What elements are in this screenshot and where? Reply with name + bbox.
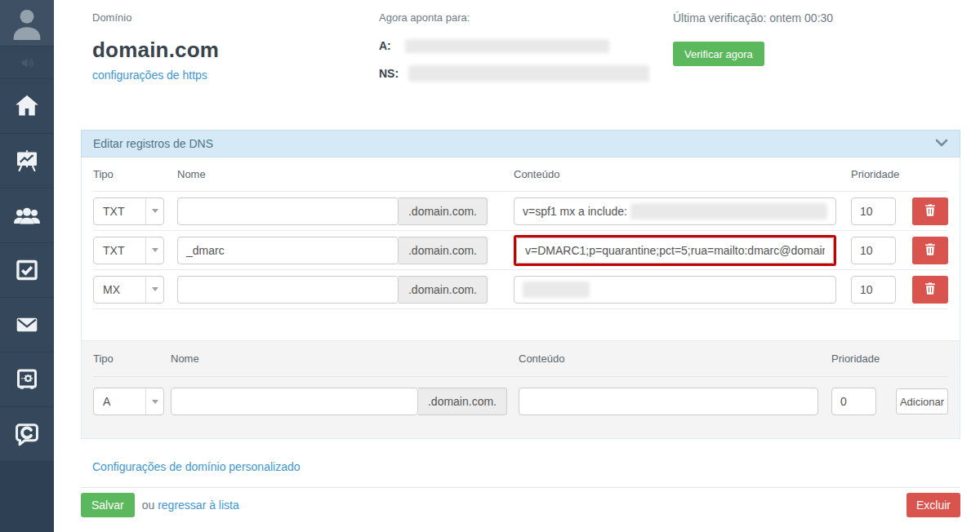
- add-columns-header: Tipo Nome Conteúdo Prioridade: [93, 341, 948, 377]
- new-record-priority-input[interactable]: [831, 388, 876, 415]
- delete-record-button[interactable]: [912, 276, 948, 304]
- record-content-text: v=spf1 mx a include:: [523, 205, 627, 218]
- domain-column: Domínio domain.com configurações de http…: [81, 11, 379, 82]
- sidebar-item-home[interactable]: [0, 79, 54, 134]
- record-type-select[interactable]: TXT: [93, 197, 164, 225]
- sidebar: [0, 0, 54, 532]
- or-word: ou: [142, 499, 155, 512]
- sidebar-item-stats[interactable]: [0, 134, 54, 188]
- record-name-input[interactable]: [177, 197, 399, 225]
- column-header-priority: Prioridade: [851, 168, 948, 180]
- megaphone-icon: [16, 52, 38, 73]
- column-header-name: Nome: [171, 352, 507, 365]
- record-type-select[interactable]: MX: [93, 276, 164, 304]
- domain-suffix-label: .domain.com.: [399, 237, 488, 264]
- chat-icon: [12, 419, 42, 449]
- dns-columns-header: Tipo Nome Conteúdo Prioridade: [93, 157, 948, 192]
- new-record-type-select[interactable]: A: [93, 388, 164, 415]
- dns-records-panel: Editar registros de DNS Tipo Nome Conteú…: [81, 130, 960, 439]
- column-header-priority: Prioridade: [831, 352, 948, 365]
- custom-domain-settings-link[interactable]: Configurações de domínio personalizado: [92, 460, 301, 473]
- ns-record-label: NS:: [379, 67, 408, 80]
- domain-label: Domínio: [92, 11, 379, 24]
- select-caret-icon: [145, 198, 163, 224]
- domain-summary: Domínio domain.com configurações de http…: [81, 11, 960, 82]
- safe-icon: [12, 365, 42, 394]
- dns-panel-header[interactable]: Editar registros de DNS: [81, 130, 960, 157]
- record-priority-input[interactable]: [851, 276, 896, 304]
- sidebar-item-contacts[interactable]: [0, 188, 54, 243]
- back-to-list-link[interactable]: regressar à lista: [158, 499, 239, 512]
- delete-record-button[interactable]: [912, 237, 948, 264]
- new-record-type-value: A: [94, 388, 145, 415]
- verify-column: Última verificação: ontem 00:30 Verifica…: [673, 11, 960, 82]
- sidebar-item-profile[interactable]: [0, 0, 54, 47]
- column-header-type: Tipo: [93, 352, 164, 365]
- mail-icon: [12, 310, 42, 339]
- new-record-name-input[interactable]: [171, 388, 418, 415]
- dmarc-highlight-border: [514, 235, 836, 266]
- record-name-input[interactable]: [177, 237, 399, 264]
- sidebar-filler: [0, 462, 54, 532]
- dns-record-row: MX .domain.com.: [93, 270, 948, 309]
- points-to-label: Agora aponta para:: [379, 11, 673, 24]
- dns-edit-area: Tipo Nome Conteúdo Prioridade TXT .domai…: [82, 157, 960, 309]
- points-to-column: Agora aponta para: A: NS:: [379, 11, 673, 82]
- ns-record-value-redacted: [408, 65, 649, 82]
- dns-panel-body: Tipo Nome Conteúdo Prioridade TXT .domai…: [81, 157, 960, 439]
- add-record-row: A .domain.com. Adicionar: [93, 388, 948, 415]
- home-icon: [12, 91, 42, 121]
- column-header-name: Nome: [177, 168, 488, 180]
- domain-suffix-label: .domain.com.: [399, 276, 488, 304]
- or-text: ou regressar à lista: [142, 499, 239, 512]
- select-caret-icon: [145, 388, 163, 415]
- record-name-input[interactable]: [177, 276, 399, 304]
- dns-record-row: TXT .domain.com.: [93, 231, 948, 270]
- sidebar-item-mail[interactable]: [0, 298, 54, 352]
- domain-suffix-label: .domain.com.: [399, 197, 488, 225]
- chevron-down-icon[interactable]: [935, 136, 948, 151]
- dns-panel-title: Editar registros de DNS: [93, 137, 935, 150]
- user-avatar-icon: [8, 4, 46, 42]
- verify-now-button[interactable]: Verificar agora: [673, 42, 764, 66]
- add-record-button[interactable]: Adicionar: [896, 388, 948, 415]
- record-priority-input[interactable]: [851, 237, 896, 264]
- select-caret-icon: [145, 277, 163, 303]
- record-content-input[interactable]: v=spf1 mx a include:: [514, 197, 836, 225]
- record-content-input[interactable]: [516, 237, 834, 264]
- chart-board-icon: [12, 146, 42, 175]
- record-type-value: TXT: [94, 198, 145, 224]
- domain-suffix-label: .domain.com.: [418, 388, 507, 415]
- add-record-section: Tipo Nome Conteúdo Prioridade A .domain.…: [82, 340, 960, 438]
- a-record-label: A:: [379, 39, 405, 52]
- delete-record-button[interactable]: [912, 197, 948, 225]
- sidebar-item-tasks[interactable]: [0, 243, 54, 298]
- a-record-value-redacted: [405, 39, 609, 53]
- record-type-value: MX: [94, 277, 145, 303]
- column-header-content: Conteúdo: [519, 352, 818, 365]
- record-priority-input[interactable]: [851, 197, 896, 225]
- record-content-redacted: [630, 203, 827, 219]
- https-settings-link[interactable]: configurações de https: [92, 69, 207, 82]
- record-type-select[interactable]: TXT: [93, 237, 164, 264]
- column-header-content: Conteúdo: [514, 168, 836, 180]
- last-check-text: Última verificação: ontem 00:30: [673, 11, 960, 24]
- column-header-type: Tipo: [93, 168, 164, 180]
- new-record-content-input[interactable]: [519, 388, 818, 415]
- record-content-input[interactable]: [514, 276, 836, 304]
- sidebar-item-announcements[interactable]: [0, 47, 54, 79]
- footer-actions: Salvar ou regressar à lista Excluir: [81, 493, 960, 517]
- delete-domain-button[interactable]: Excluir: [906, 493, 960, 517]
- footer-divider: [81, 487, 960, 488]
- trash-icon: [924, 282, 937, 298]
- select-caret-icon: [145, 237, 163, 264]
- trash-icon: [924, 242, 937, 259]
- domain-name: domain.com: [92, 38, 379, 63]
- record-type-value: TXT: [94, 237, 145, 264]
- sidebar-item-vault[interactable]: [0, 352, 54, 407]
- save-button[interactable]: Salvar: [81, 493, 135, 517]
- sidebar-item-chat[interactable]: [0, 407, 54, 462]
- trash-icon: [924, 203, 937, 219]
- record-content-redacted: [523, 282, 590, 298]
- checkbox-icon: [12, 255, 42, 285]
